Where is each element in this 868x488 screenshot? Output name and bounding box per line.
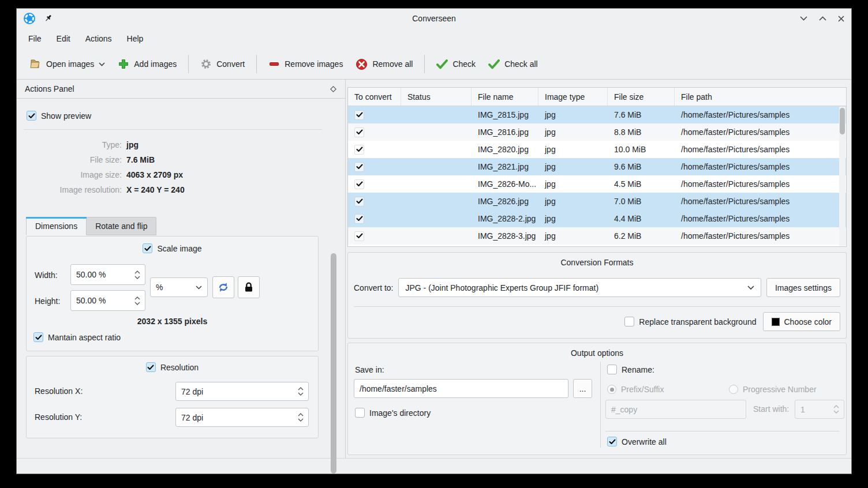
lock-aspect-button[interactable] — [238, 276, 260, 298]
check-button[interactable]: Check — [430, 55, 482, 74]
col-to-convert[interactable]: To convert — [348, 88, 401, 106]
scale-image-checkbox[interactable]: Scale image — [143, 243, 201, 253]
close-icon[interactable] — [838, 16, 844, 22]
spinner-arrows-icon[interactable] — [298, 413, 308, 422]
images-directory-checkbox[interactable]: Image's directory — [355, 408, 431, 418]
remove-images-button[interactable]: Remove images — [262, 54, 349, 74]
width-spinbox[interactable]: 50.00 % — [70, 264, 145, 285]
resolution-groupbox: Resolution Resolution X: 72 dpi Resoluti… — [26, 356, 319, 438]
start-with-spinbox[interactable]: 1 — [795, 400, 844, 419]
menubar: File Edit Actions Help — [17, 28, 851, 49]
height-spinbox[interactable]: 50.00 % — [70, 290, 145, 311]
to-convert-checkbox[interactable] — [354, 110, 364, 120]
divider — [354, 306, 840, 307]
prefix-suffix-radio[interactable]: Prefix/Suffix — [607, 385, 664, 394]
table-scrollbar[interactable] — [839, 107, 845, 246]
to-convert-checkbox[interactable] — [354, 214, 364, 224]
spinner-arrows-icon[interactable] — [298, 387, 308, 396]
cell-file-size: 8.8 MiB — [608, 127, 675, 137]
menu-file[interactable]: File — [21, 31, 48, 46]
col-file-path[interactable]: File path — [675, 88, 846, 106]
convert-button[interactable]: Convert — [194, 54, 251, 74]
cell-file-path: /home/faster/Pictures/samples — [675, 197, 846, 206]
cell-image-type: jpg — [538, 197, 608, 206]
folder-icon — [29, 58, 42, 70]
col-file-size[interactable]: File size — [608, 88, 675, 106]
table-header: To convert Status File name Image type F… — [348, 88, 846, 106]
divider — [605, 431, 839, 431]
resolution-checkbox[interactable]: Resolution — [146, 362, 199, 372]
show-preview-checkbox[interactable]: Show preview — [27, 111, 91, 121]
menu-edit[interactable]: Edit — [50, 31, 77, 46]
table-row[interactable]: IMG_2815.jpg jpg 7.6 MiB /home/faster/Pi… — [348, 106, 846, 123]
maximize-icon[interactable] — [819, 16, 826, 21]
rename-checkbox[interactable]: Rename: — [607, 365, 654, 374]
to-convert-checkbox[interactable] — [354, 179, 364, 189]
spinner-arrows-icon[interactable] — [134, 296, 145, 305]
menu-actions[interactable]: Actions — [78, 31, 119, 46]
cell-file-size: 4.4 MiB — [608, 214, 675, 223]
spinner-arrows-icon[interactable] — [134, 271, 145, 279]
panel-scrollbar[interactable] — [331, 253, 336, 474]
cell-file-path: /home/faster/Pictures/samples — [675, 214, 846, 223]
unit-dropdown[interactable]: % — [150, 277, 208, 297]
table-row[interactable]: IMG_2821.jpg jpg 9.6 MiB /home/faster/Pi… — [348, 158, 846, 175]
open-images-button[interactable]: Open images — [23, 54, 111, 74]
float-diamond-icon[interactable] — [330, 85, 337, 93]
resolution-x-spinbox[interactable]: 72 dpi — [175, 382, 309, 401]
overwrite-all-checkbox[interactable]: Overwrite all — [607, 437, 667, 446]
convert-to-label: Convert to: — [354, 283, 393, 292]
browse-button[interactable]: ... — [573, 379, 592, 398]
check-all-button[interactable]: Check all — [482, 55, 544, 74]
cell-file-path: /home/faster/Pictures/samples — [675, 145, 846, 154]
images-settings-button[interactable]: Images settings — [766, 278, 840, 297]
scale-groupbox: Scale image Width: 50.00 % Height: 50.00… — [26, 236, 319, 351]
rename-pattern-input[interactable]: #_copy — [605, 400, 746, 419]
col-image-type[interactable]: Image type — [538, 88, 608, 106]
save-path-input[interactable]: /home/faster/samples — [354, 379, 568, 398]
add-images-button[interactable]: Add images — [111, 54, 183, 74]
to-convert-checkbox[interactable] — [354, 197, 364, 207]
image-resolution-value: X = 240 Y = 240 — [126, 185, 185, 194]
toolbar-separator — [188, 55, 189, 73]
swap-dimensions-button[interactable] — [212, 276, 234, 298]
to-convert-checkbox[interactable] — [354, 231, 364, 241]
save-in-label: Save in: — [355, 365, 384, 374]
resolution-y-spinbox[interactable]: 72 dpi — [175, 408, 309, 427]
minus-icon — [268, 58, 280, 70]
table-row[interactable]: IMG_2820.jpg jpg 10.0 MiB /home/faster/P… — [348, 141, 846, 158]
cell-file-name: IMG_2826-Mo... — [472, 179, 538, 189]
resolution-y-label: Resolution Y: — [35, 412, 82, 422]
gear-icon — [200, 58, 212, 70]
cell-file-size: 7.0 MiB — [608, 197, 675, 206]
table-row[interactable]: IMG_2828-2.jpg jpg 4.4 MiB /home/faster/… — [348, 210, 846, 227]
col-status[interactable]: Status — [401, 88, 472, 106]
to-convert-checkbox[interactable] — [354, 162, 364, 172]
format-dropdown[interactable]: JPG - (Joint Photographic Experts Group … — [398, 278, 761, 297]
choose-color-button[interactable]: Choose color — [763, 312, 841, 331]
cell-file-name: IMG_2828-3.jpg — [472, 231, 538, 241]
cell-image-type: jpg — [538, 127, 608, 137]
divider — [600, 362, 601, 448]
statusbar — [17, 458, 851, 474]
menu-help[interactable]: Help — [120, 31, 151, 46]
progressive-number-radio[interactable]: Progressive Number — [729, 385, 817, 394]
table-row[interactable]: IMG_2826-Mo... jpg 4.5 MiB /home/faster/… — [348, 175, 846, 193]
maintain-aspect-checkbox[interactable]: Mantain aspect ratio — [33, 332, 121, 342]
table-row[interactable]: IMG_2816.jpg jpg 8.8 MiB /home/faster/Pi… — [348, 123, 846, 141]
cell-file-name: IMG_2828-2.jpg — [472, 214, 538, 223]
table-row[interactable]: IMG_2826.jpg jpg 7.0 MiB /home/faster/Pi… — [348, 193, 846, 210]
replace-transparent-checkbox[interactable]: Replace transparent background — [624, 317, 756, 326]
to-convert-checkbox[interactable] — [354, 127, 364, 137]
table-row[interactable]: IMG_2828-3.jpg jpg 6.2 MiB /home/faster/… — [348, 227, 846, 245]
col-file-name[interactable]: File name — [472, 88, 538, 106]
spinner-arrows-icon[interactable] — [833, 405, 844, 414]
table-body: IMG_2815.jpg jpg 7.6 MiB /home/faster/Pi… — [348, 106, 846, 245]
minimize-icon[interactable] — [800, 16, 807, 21]
tab-dimensions[interactable]: Dimensions — [26, 217, 87, 235]
panel-tabs: Dimensions Rotate and flip — [26, 217, 156, 235]
tab-rotate-and-flip[interactable]: Rotate and flip — [87, 217, 156, 235]
remove-all-button[interactable]: Remove all — [349, 54, 419, 75]
to-convert-checkbox[interactable] — [354, 145, 364, 155]
cell-file-name: IMG_2821.jpg — [472, 162, 538, 171]
